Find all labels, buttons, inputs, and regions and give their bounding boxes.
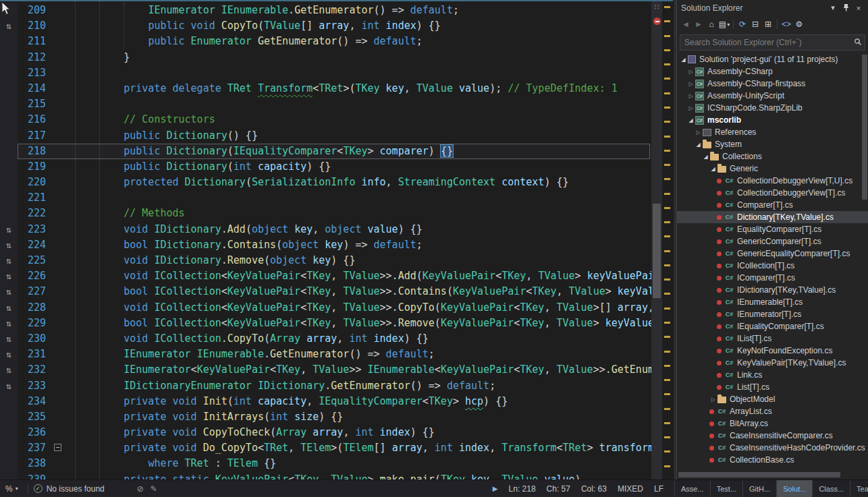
tree-item[interactable]: C#CaseInsensitiveComparer.cs (677, 430, 868, 442)
errors-filter-icon[interactable]: ⊘ (137, 484, 144, 494)
solution-explorer-titlebar[interactable]: Solution Explorer ▾ × (677, 0, 868, 16)
expand-arrow-icon[interactable]: ◢ (702, 154, 709, 160)
close-icon[interactable]: × (853, 3, 864, 13)
line-number[interactable]: 214 (18, 81, 53, 96)
fold-margin[interactable] (53, 128, 65, 144)
line-number[interactable]: 224 (18, 237, 53, 253)
line-number[interactable]: 232 (18, 362, 53, 378)
fold-margin[interactable] (53, 472, 65, 479)
glyph-margin[interactable] (0, 206, 18, 221)
tree-item[interactable]: C#ArrayList.cs (677, 405, 868, 417)
tree-item[interactable]: ▷C#Assembly-CSharp (677, 65, 868, 78)
glyph-margin[interactable]: ⇅ (0, 237, 18, 253)
zoom-chevron-icon[interactable]: ▾ (16, 486, 18, 492)
tree-item[interactable]: C#BitArray.cs (677, 417, 868, 430)
code-line[interactable]: ⇅230 void ICollection.CopyTo(Array array… (0, 331, 673, 347)
line-number[interactable]: 228 (18, 300, 53, 316)
tree-item[interactable]: C#IDictionary[TKey,TValue].cs (677, 284, 868, 296)
glyph-margin[interactable]: ⇅ (0, 253, 18, 268)
tree-horizontal-scrollbar[interactable] (678, 472, 840, 477)
pin-icon[interactable] (840, 3, 851, 13)
tree-item[interactable]: ◢Solution 'project-gui' (11 of 11 projec… (677, 53, 868, 65)
line-number[interactable]: 226 (18, 268, 53, 284)
tree-item[interactable]: C#IComparer[T].cs (677, 272, 868, 284)
glyph-margin[interactable] (0, 456, 18, 471)
glyph-margin[interactable] (0, 144, 18, 159)
expand-arrow-icon[interactable]: ◢ (709, 166, 717, 172)
glyph-margin[interactable] (0, 425, 18, 440)
tree-item[interactable]: C#GenericComparer[T].cs (677, 235, 868, 247)
fold-margin[interactable] (53, 362, 65, 378)
code-line[interactable]: ⇅225 void IDictionary.Remove(object key)… (0, 253, 673, 268)
tool-tab[interactable]: Solut... (777, 480, 813, 497)
fold-margin[interactable] (53, 347, 65, 362)
fold-margin[interactable] (53, 175, 65, 190)
glyph-margin[interactable]: ⇅ (0, 316, 18, 331)
fold-margin[interactable] (53, 237, 65, 253)
tool-tab[interactable]: Class... (813, 480, 850, 497)
expand-arrow-icon[interactable]: ▷ (687, 93, 695, 99)
fold-margin[interactable] (53, 253, 65, 268)
fold-margin[interactable] (53, 456, 65, 471)
glyph-margin[interactable] (0, 190, 18, 206)
code-line[interactable]: ⇅229 bool ICollection<KeyValuePair<TKey,… (0, 316, 673, 331)
forward-icon[interactable]: ► (693, 18, 705, 30)
window-position-icon[interactable]: ▾ (828, 3, 838, 13)
tree-item[interactable]: C#KeyValuePair[TKey,TValue].cs (677, 357, 868, 369)
glyph-margin[interactable] (0, 394, 18, 409)
code-line[interactable]: 236 private void CopyToCheck(Array array… (0, 425, 673, 440)
line-number[interactable]: 221 (18, 190, 53, 206)
line-number[interactable]: 211 (18, 34, 53, 49)
glyph-margin[interactable] (0, 65, 18, 81)
code-line[interactable]: ⇅223 void IDictionary.Add(object key, ob… (0, 222, 673, 237)
back-icon[interactable]: ◄ (680, 18, 692, 30)
tree-item[interactable]: C#List[T].cs (677, 381, 868, 393)
line-number[interactable]: 213 (18, 65, 53, 81)
line-number[interactable]: 220 (18, 175, 53, 190)
line-number[interactable]: 216 (18, 112, 53, 127)
fold-margin[interactable] (53, 34, 65, 49)
glyph-margin[interactable] (0, 50, 18, 65)
glyph-margin[interactable]: ⇅ (0, 300, 18, 316)
code-line[interactable]: ⇅232 IEnumerator<KeyValuePair<TKey, TVal… (0, 362, 673, 378)
code-line[interactable]: ⇅210 public void CopyTo(TValue[] array, … (0, 18, 673, 34)
code-line[interactable]: 239 private static KeyValuePair<TKey, TV… (0, 472, 673, 479)
fold-margin[interactable] (53, 3, 65, 18)
home-icon[interactable]: ⌂ (705, 18, 717, 30)
tree-item[interactable]: ◢Collections (677, 150, 868, 163)
expand-arrow-icon[interactable]: ◢ (695, 142, 702, 148)
code-line[interactable]: ⇅226 void ICollection<KeyValuePair<TKey,… (0, 268, 673, 284)
tree-item[interactable]: ◢Generic (677, 163, 868, 175)
line-number[interactable]: 209 (18, 3, 53, 18)
code-line[interactable]: 211 public Enumerator GetEnumerator() =>… (0, 34, 673, 49)
fold-margin[interactable] (53, 18, 65, 34)
fold-margin[interactable] (53, 50, 65, 65)
line-number[interactable]: 237 (18, 440, 53, 456)
line-number[interactable]: 233 (18, 378, 53, 394)
collapse-all-icon[interactable]: ⊟ (749, 18, 761, 30)
code-line[interactable]: 214 private delegate TRet Transform<TRet… (0, 81, 673, 96)
switch-views-icon[interactable]: ▤▾ (718, 18, 730, 30)
fold-margin[interactable] (53, 300, 65, 316)
line-number[interactable]: 219 (18, 159, 53, 175)
glyph-margin[interactable] (0, 409, 18, 425)
glyph-margin[interactable]: ⇅ (0, 378, 18, 394)
code-line[interactable]: ⇅231 IEnumerator IEnumerable.GetEnumerat… (0, 347, 673, 362)
expand-arrow-icon[interactable]: ◢ (687, 117, 695, 123)
line-number[interactable]: 223 (18, 222, 53, 237)
line-number[interactable]: 225 (18, 253, 53, 268)
glyph-margin[interactable]: ⇅ (0, 268, 18, 284)
code-line[interactable]: 216 // Constructors (0, 112, 673, 127)
fold-margin[interactable] (53, 112, 65, 127)
code-line[interactable]: 237− private void Do_CopyTo<TRet, TElem>… (0, 440, 673, 456)
tree-item[interactable]: ▷C#ICSharpCode.SharpZipLib (677, 102, 868, 114)
glyph-margin[interactable] (0, 440, 18, 456)
tree-item[interactable]: C#IEnumerator[T].cs (677, 308, 868, 320)
glyph-margin[interactable]: ⇅ (0, 347, 18, 362)
line-number[interactable]: 229 (18, 316, 53, 331)
tree-item[interactable]: C#CollectionDebuggerView[T].cs (677, 187, 868, 199)
line-number[interactable]: 227 (18, 284, 53, 299)
tree-item[interactable]: ▷References (677, 126, 868, 138)
expand-arrow-icon[interactable]: ▷ (687, 69, 695, 75)
tree-item[interactable]: C#CollectionBase.cs (677, 454, 868, 466)
